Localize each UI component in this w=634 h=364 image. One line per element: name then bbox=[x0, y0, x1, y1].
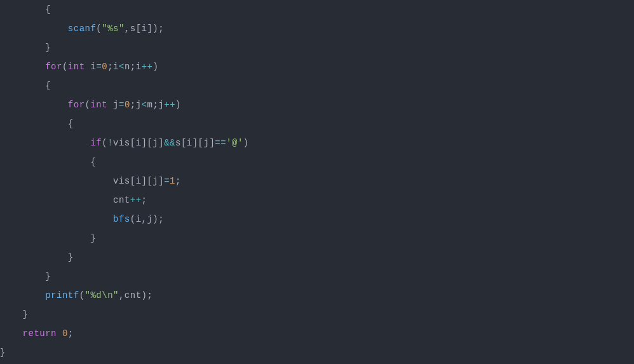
code-line[interactable]: { bbox=[0, 152, 634, 172]
token-punctuation: (i,j); bbox=[130, 214, 164, 224]
token-brace: } bbox=[45, 43, 51, 53]
code-line[interactable]: vis[i][j]=1; bbox=[0, 172, 634, 191]
indent bbox=[0, 252, 68, 262]
token-paren: ) bbox=[152, 62, 158, 72]
token-operator: < bbox=[119, 62, 125, 72]
indent bbox=[0, 81, 45, 91]
code-line[interactable]: { bbox=[0, 76, 634, 95]
code-line[interactable]: for(int j=0;j<m;j++) bbox=[0, 95, 634, 114]
token-variable: ;j bbox=[130, 100, 142, 110]
indent bbox=[0, 157, 90, 167]
indent bbox=[0, 195, 113, 205]
token-operator: < bbox=[142, 100, 147, 110]
token-string: "%s" bbox=[102, 24, 125, 34]
code-line[interactable]: { bbox=[0, 0, 634, 19]
token-brace: { bbox=[45, 81, 51, 91]
token-variable: vis[i][j] bbox=[113, 138, 164, 148]
token-keyword: return bbox=[23, 328, 57, 339]
token-paren: ( bbox=[79, 290, 85, 300]
token-paren: ( bbox=[102, 138, 107, 148]
token-variable: ;i bbox=[107, 62, 119, 72]
token-string: "%d\n" bbox=[85, 290, 119, 300]
token-variable bbox=[57, 328, 62, 339]
indent bbox=[0, 328, 23, 339]
token-punctuation: ; bbox=[175, 176, 181, 186]
indent bbox=[0, 309, 23, 320]
code-line[interactable]: cnt++; bbox=[0, 191, 634, 210]
indent bbox=[0, 24, 68, 34]
token-number: 0 bbox=[62, 328, 68, 339]
indent bbox=[0, 100, 68, 110]
token-brace: } bbox=[68, 252, 74, 262]
indent bbox=[0, 271, 45, 281]
code-line[interactable]: for(int i=0;i<n;i++) bbox=[0, 57, 634, 76]
indent bbox=[0, 43, 45, 53]
token-variable: j bbox=[107, 100, 119, 110]
token-punctuation: ; bbox=[68, 328, 74, 339]
token-number: 0 bbox=[125, 100, 130, 110]
code-line[interactable]: } bbox=[0, 267, 634, 286]
token-function: scanf bbox=[68, 24, 97, 34]
token-variable: n;i bbox=[125, 62, 142, 72]
token-number: 0 bbox=[102, 62, 107, 72]
token-punctuation: ,cnt); bbox=[119, 290, 152, 300]
token-brace: } bbox=[45, 271, 51, 281]
token-brace: } bbox=[0, 347, 6, 358]
token-type: int bbox=[68, 62, 85, 72]
token-brace: } bbox=[23, 309, 29, 320]
code-line[interactable]: if(!vis[i][j]&&s[i][j]=='@') bbox=[0, 133, 634, 152]
code-editor[interactable]: { scanf("%s",s[i]); } for(int i=0;i<n;i+… bbox=[0, 0, 634, 362]
code-line[interactable]: } bbox=[0, 229, 634, 248]
token-operator: ++ bbox=[130, 195, 142, 205]
code-line[interactable]: { bbox=[0, 114, 634, 133]
token-operator: = bbox=[164, 176, 170, 186]
token-brace: } bbox=[90, 233, 96, 243]
token-number: 1 bbox=[170, 176, 175, 186]
indent bbox=[0, 119, 68, 129]
token-keyword: for bbox=[68, 100, 85, 110]
token-paren: ) bbox=[175, 100, 181, 110]
indent bbox=[0, 138, 90, 148]
token-keyword: if bbox=[90, 138, 102, 148]
indent bbox=[0, 176, 113, 186]
token-brace: { bbox=[90, 157, 96, 167]
code-line[interactable]: } bbox=[0, 248, 634, 267]
token-function: printf bbox=[45, 290, 79, 300]
token-type: int bbox=[90, 100, 107, 110]
code-line[interactable]: } bbox=[0, 305, 634, 324]
token-variable: i bbox=[85, 62, 97, 72]
indent bbox=[0, 290, 45, 300]
token-punctuation: ; bbox=[142, 195, 147, 205]
token-punctuation: ,s[i]); bbox=[125, 24, 164, 34]
indent bbox=[0, 62, 45, 72]
token-variable: m;j bbox=[147, 100, 165, 110]
token-brace: { bbox=[68, 119, 74, 129]
token-variable: s[i][j] bbox=[175, 138, 215, 148]
token-operator: ! bbox=[107, 138, 113, 148]
token-paren: ( bbox=[62, 62, 68, 72]
code-line[interactable]: printf("%d\n",cnt); bbox=[0, 286, 634, 305]
code-line[interactable]: bfs(i,j); bbox=[0, 210, 634, 229]
token-operator: ++ bbox=[142, 62, 153, 72]
token-operator: = bbox=[119, 100, 125, 110]
token-paren: ) bbox=[243, 138, 249, 148]
token-string: '@' bbox=[226, 138, 243, 148]
token-function: bfs bbox=[113, 214, 130, 224]
token-paren: ( bbox=[96, 24, 102, 34]
token-variable: cnt bbox=[113, 195, 130, 205]
indent bbox=[0, 214, 113, 224]
token-operator: == bbox=[215, 138, 226, 148]
code-line[interactable]: return 0; bbox=[0, 324, 634, 343]
token-variable: vis[i][j] bbox=[113, 176, 164, 186]
indent bbox=[0, 4, 45, 15]
code-line[interactable]: } bbox=[0, 38, 634, 57]
token-keyword: for bbox=[45, 62, 62, 72]
indent bbox=[0, 233, 90, 243]
token-operator: = bbox=[96, 62, 102, 72]
code-line[interactable]: } bbox=[0, 343, 634, 362]
token-operator: ++ bbox=[164, 100, 175, 110]
code-line[interactable]: scanf("%s",s[i]); bbox=[0, 19, 634, 38]
token-operator: && bbox=[164, 138, 175, 148]
token-brace: { bbox=[45, 4, 51, 15]
